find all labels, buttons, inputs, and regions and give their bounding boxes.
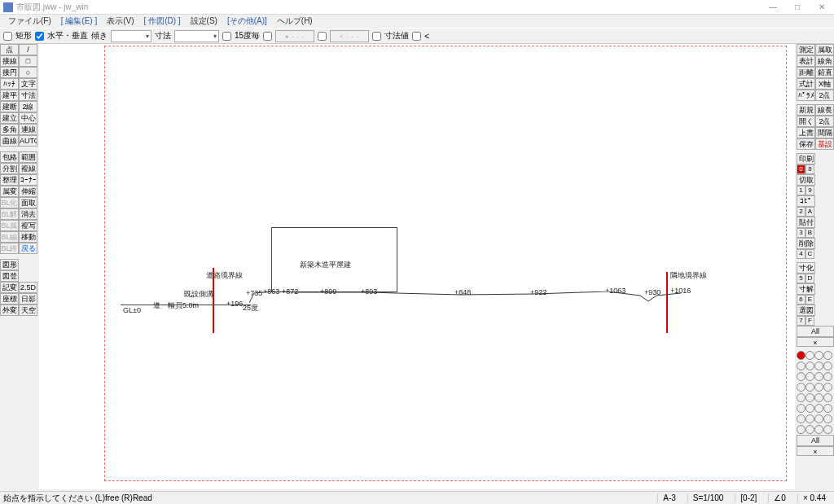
lgrp-f[interactable]	[805, 425, 814, 434]
lgrp-2[interactable]	[797, 372, 805, 381]
menu-draw[interactable]: [ 作図(D) ]	[139, 15, 186, 28]
lgrp-a[interactable]	[805, 372, 814, 381]
rtool-x軸[interactable]: X軸	[815, 78, 834, 90]
rtool-属取[interactable]: 属取	[815, 44, 834, 55]
tool-text[interactable]: 文字	[19, 78, 37, 90]
lgrp-db[interactable]	[823, 404, 832, 413]
rtool-cross2[interactable]: ×	[797, 446, 834, 456]
lgrp-e[interactable]	[805, 414, 814, 423]
rtool-線角[interactable]: 線角	[815, 55, 834, 67]
menu-settings[interactable]: 設定(S)	[186, 15, 222, 28]
dimval-checkbox[interactable]	[372, 32, 381, 41]
rtool-all2[interactable]: All	[797, 435, 834, 446]
rtool-線長[interactable]: 線長	[815, 104, 834, 116]
status-paper[interactable]: A-3	[657, 493, 681, 502]
rtool-all[interactable]: All	[797, 326, 834, 337]
lgrp-1[interactable]	[797, 362, 805, 370]
tool-line[interactable]: /	[19, 44, 37, 55]
layer-4[interactable]: 4	[797, 249, 805, 259]
tool-連線[interactable]: 連線	[19, 124, 37, 135]
rtool-param[interactable]: ﾊﾟﾗﾒ	[797, 90, 815, 101]
tool-外変[interactable]: 外変	[0, 305, 19, 316]
tool-25d[interactable]: 2.5D	[19, 282, 37, 293]
lgrp-9[interactable]	[805, 362, 814, 370]
dash-checkbox[interactable]	[263, 32, 272, 41]
tool-天空[interactable]: 天空	[19, 305, 37, 316]
rtool-cross[interactable]: ×	[797, 337, 834, 347]
arrow-checkbox[interactable]	[318, 32, 327, 41]
lgrp-b[interactable]	[805, 383, 814, 392]
menu-edit[interactable]: [ 編集(E) ]	[56, 15, 102, 28]
tool-複線[interactable]: 複線	[19, 163, 37, 174]
tool-dim[interactable]: 寸法	[19, 90, 37, 101]
tool-erase[interactable]: 消去	[19, 208, 37, 220]
rtool-測定[interactable]: 測定	[797, 44, 815, 55]
status-zoom[interactable]: × 0.44	[797, 493, 831, 502]
menu-help[interactable]: ヘルプ(H)	[272, 15, 318, 28]
lgrp-3b[interactable]	[814, 383, 823, 392]
status-angle[interactable]: ∠0	[768, 493, 791, 502]
tool-bl化[interactable]: BL化	[0, 197, 19, 208]
status-scale-s[interactable]: S=1/100	[687, 493, 729, 502]
lgrp-7[interactable]	[797, 425, 805, 434]
rtool-削除[interactable]: 削除	[797, 238, 815, 249]
menu-view[interactable]: 表示(V)	[102, 15, 138, 28]
tool-circle[interactable]: ○	[19, 67, 37, 78]
lgrp-5[interactable]	[797, 404, 805, 413]
tool-2line[interactable]: 2線	[19, 101, 37, 112]
tool-建平[interactable]: 建平	[0, 90, 19, 101]
lgrp-4[interactable]	[797, 393, 805, 402]
rtool-2点長[interactable]: 2点長	[815, 116, 834, 127]
close-button[interactable]: ✕	[810, 1, 834, 14]
tool-日影[interactable]: 日影	[19, 293, 37, 305]
layer-6[interactable]: 6	[797, 295, 805, 305]
tilt-select[interactable]	[111, 30, 151, 42]
tool-center[interactable]: 中心線	[19, 112, 37, 124]
tool-auto[interactable]: AUTO	[19, 135, 37, 147]
rtool-保存[interactable]: 保存	[797, 138, 815, 150]
rtool-間隔[interactable]: 間隔	[815, 127, 834, 138]
layer-3[interactable]: 3	[797, 228, 805, 238]
layer-e[interactable]: E	[805, 295, 814, 305]
tool-伸縮[interactable]: 伸縮	[19, 186, 37, 197]
menu-file[interactable]: ファイル(F)	[3, 15, 56, 28]
rtool-表計[interactable]: 表計	[797, 55, 815, 67]
tool-curve[interactable]: 曲線	[0, 135, 19, 147]
tool-属変[interactable]: 属変	[0, 186, 19, 197]
lgrp-bb[interactable]	[823, 383, 832, 392]
status-layer[interactable]: [0-2]	[735, 493, 762, 502]
layer-7[interactable]: 7	[797, 316, 805, 326]
deg15-checkbox[interactable]	[222, 32, 231, 41]
tool-bl解[interactable]: BL解	[0, 208, 19, 220]
lgrp-2b[interactable]	[814, 372, 823, 381]
rtool-paste[interactable]: 貼付	[797, 217, 815, 228]
tool-rect[interactable]: □	[19, 55, 37, 67]
rtool-鉛直[interactable]: 鉛直	[815, 67, 834, 78]
rtool-上書[interactable]: 上書	[797, 127, 815, 138]
tool-move[interactable]: 移動	[19, 231, 37, 243]
rtool-切取[interactable]: 切取	[797, 174, 815, 186]
lgrp-d[interactable]	[805, 404, 814, 413]
tool-包絡[interactable]: 包絡	[0, 151, 19, 163]
lgrp-3[interactable]	[797, 383, 805, 392]
layer-9[interactable]: 9	[805, 186, 814, 195]
lgrp-fb[interactable]	[823, 425, 832, 434]
rtool-開く[interactable]: 開く	[797, 116, 815, 127]
tool-hatch[interactable]: ﾊｯﾁ	[0, 78, 19, 90]
rtool-copy[interactable]: ｺﾋﾟ	[797, 195, 815, 207]
last-checkbox[interactable]	[412, 32, 421, 41]
layer-5[interactable]: 5	[797, 274, 805, 283]
layer-a[interactable]: A	[805, 207, 814, 217]
tool-bl属[interactable]: BL属	[0, 220, 19, 231]
maximize-button[interactable]: □	[785, 1, 810, 14]
tool-bl編[interactable]: BL編	[0, 231, 19, 243]
tool-整理[interactable]: 整理	[0, 174, 19, 186]
rtool-距離[interactable]: 距離	[797, 67, 815, 78]
lgrp-ab[interactable]	[823, 372, 832, 381]
hv-checkbox[interactable]	[35, 32, 44, 41]
layer-b[interactable]: B	[805, 228, 814, 238]
lgrp-cb[interactable]	[823, 393, 832, 402]
rtool-選図[interactable]: 選図	[797, 305, 815, 316]
layer-d[interactable]: D	[805, 274, 814, 283]
lgrp-6[interactable]	[797, 414, 805, 423]
